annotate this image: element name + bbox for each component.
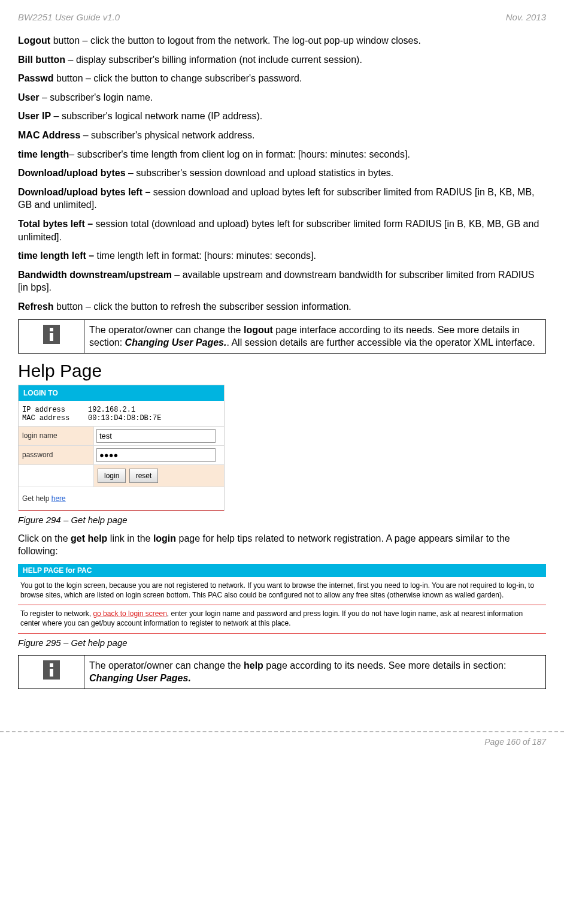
help-page-panel: HELP PAGE for PAC You got to the login s…	[18, 564, 546, 634]
get-help-paragraph: Click on the get help link in the login …	[18, 532, 546, 558]
password-label: password	[19, 446, 93, 464]
get-help-link[interactable]: here	[51, 494, 66, 503]
info-box-help: The operator/owner can change the help p…	[18, 655, 546, 689]
ip-value: 192.168.2.1	[88, 406, 135, 414]
password-input[interactable]	[96, 448, 216, 462]
help-page-heading: Help Page	[18, 361, 546, 381]
ip-row: IP address 192.168.2.1	[22, 406, 220, 414]
go-back-link[interactable]: go back to login screen	[93, 609, 166, 618]
info-icon	[43, 325, 60, 344]
get-help-row: Get help here	[19, 487, 224, 508]
def-passwd: Passwd button – click the button to chan…	[18, 72, 546, 85]
login-button[interactable]: login	[98, 469, 126, 483]
login-panel: LOGIN TO IP address 192.168.2.1 MAC addr…	[18, 385, 225, 511]
help-text-1: You got to the login screen, because you…	[18, 577, 546, 602]
page-header: BW2251 User Guide v1.0 Nov. 2013	[18, 12, 546, 22]
def-logout: Logout button – click the button to logo…	[18, 34, 546, 47]
def-timelen: time length– subscriber's time length fr…	[18, 148, 546, 161]
login-header: LOGIN TO	[19, 385, 224, 401]
figure-295-caption: Figure 295 – Get help page	[18, 638, 546, 648]
def-bill: Bill button – display subscriber's billi…	[18, 53, 546, 67]
info-text: The operator/owner can change the help p…	[84, 655, 546, 689]
def-mac: MAC Address – subscriber's physical netw…	[18, 129, 546, 142]
login-name-input[interactable]	[96, 429, 216, 443]
header-left: BW2251 User Guide v1.0	[18, 12, 120, 22]
reset-button[interactable]: reset	[129, 469, 159, 483]
mac-value: 00:13:D4:D8:DB:7E	[88, 414, 161, 422]
header-right: Nov. 2013	[506, 12, 546, 22]
login-name-label: login name	[19, 427, 93, 445]
help-page-header: HELP PAGE for PAC	[18, 564, 546, 577]
mac-label: MAC address	[22, 414, 88, 422]
info-icon	[43, 660, 60, 680]
def-userip: User IP – subscriber's logical network n…	[18, 110, 546, 123]
def-totalleft: Total bytes left – session total (downlo…	[18, 218, 546, 243]
help-text-2: To register to network, go back to login…	[18, 605, 546, 630]
info-box-logout: The operator/owner can change the logout…	[18, 319, 546, 354]
def-refresh: Refresh button – click the button to ref…	[18, 300, 546, 313]
ip-label: IP address	[22, 406, 88, 414]
def-timelenleft: time length left – time length left in f…	[18, 249, 546, 262]
page-footer: Page 160 of 187	[0, 731, 564, 759]
mac-row: MAC address 00:13:D4:D8:DB:7E	[22, 414, 220, 422]
def-dlul: Download/upload bytes – subscriber's ses…	[18, 167, 546, 180]
def-user: User – subscriber's login name.	[18, 91, 546, 104]
figure-294-caption: Figure 294 – Get help page	[18, 515, 546, 525]
def-bw: Bandwidth downstream/upstream – availabl…	[18, 268, 546, 294]
info-text: The operator/owner can change the logout…	[84, 319, 546, 353]
def-dlulleft: Download/upload bytes left – session dow…	[18, 186, 546, 212]
